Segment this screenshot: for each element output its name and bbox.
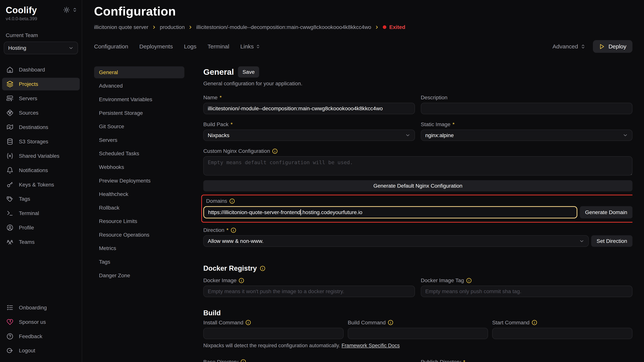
name-label: Name*	[203, 94, 415, 101]
direction-label: Direction*	[203, 227, 632, 233]
install-command-input[interactable]	[203, 328, 344, 339]
users-icon	[6, 238, 14, 246]
build-command-label: Build Command	[348, 320, 488, 326]
info-icon	[229, 198, 235, 204]
layers-icon	[6, 80, 14, 88]
menu-item-environment-variables[interactable]: Environment Variables	[94, 93, 184, 105]
chevron-down-icon	[68, 45, 74, 51]
menu-item-general[interactable]: General	[94, 66, 184, 78]
sidebar-item-terminal[interactable]: Terminal	[2, 207, 80, 220]
theme-sun-icon[interactable]	[63, 6, 70, 13]
start-command-input[interactable]	[492, 328, 632, 339]
variable-icon	[6, 152, 14, 160]
start-command-label: Start Command	[492, 320, 632, 326]
breadcrumb: illicitonion quote server production ill…	[94, 24, 632, 30]
chevron-down-icon	[405, 133, 410, 138]
breadcrumb-application[interactable]: illicitestonion/-module--decomposition:m…	[196, 24, 371, 30]
menu-item-preview-deployments[interactable]: Preview Deployments	[94, 175, 184, 187]
docker-image-tag-input[interactable]	[421, 286, 632, 297]
team-select[interactable]: Hosting	[4, 42, 78, 54]
menu-item-git-source[interactable]: Git Source	[94, 120, 184, 132]
nixpacks-note: Nixpacks will detect the required config…	[203, 343, 632, 349]
menu-item-healthcheck[interactable]: Healthcheck	[94, 188, 184, 200]
tab-logs[interactable]: Logs	[184, 43, 196, 50]
description-input[interactable]	[421, 103, 632, 114]
framework-docs-link[interactable]: Framework Specific Docs	[342, 343, 400, 348]
sidebar-item-shared-variables[interactable]: Shared Variables	[2, 150, 80, 162]
menu-item-servers[interactable]: Servers	[94, 134, 184, 146]
theme-chevrons-up-down-icon[interactable]	[72, 7, 77, 12]
direction-select[interactable]: Allow www & non-www.	[203, 235, 589, 247]
sidebar-item-teams[interactable]: Teams	[2, 236, 80, 248]
sidebar-item-destinations[interactable]: Destinations	[2, 121, 80, 133]
name-input[interactable]	[203, 103, 415, 114]
status-dot-icon	[383, 25, 386, 29]
sidebar-item-sponsor-us[interactable]: Sponsor us	[2, 316, 80, 328]
nginx-config-label: Custom Nginx Configuration	[203, 148, 632, 154]
menu-item-scheduled-tasks[interactable]: Scheduled Tasks	[94, 148, 184, 159]
info-icon	[532, 320, 537, 325]
sidebar-item-tags[interactable]: Tags	[2, 193, 80, 205]
key-icon	[6, 181, 14, 188]
deploy-button[interactable]: Deploy	[593, 40, 632, 53]
git-source-icon	[6, 109, 14, 116]
sidebar-item-servers[interactable]: Servers	[2, 92, 80, 105]
menu-item-rollback[interactable]: Rollback	[94, 202, 184, 214]
tab-configuration[interactable]: Configuration	[94, 43, 128, 50]
user-circle-icon	[6, 224, 14, 231]
logout-icon	[6, 347, 14, 354]
menu-item-webhooks[interactable]: Webhooks	[94, 161, 184, 173]
chevron-right-icon	[374, 25, 379, 30]
sidebar-item-projects[interactable]: Projects	[2, 78, 80, 90]
description-label: Description	[421, 94, 632, 101]
set-direction-button[interactable]: Set Direction	[591, 235, 632, 247]
info-icon	[388, 320, 393, 325]
generate-nginx-button[interactable]: Generate Default Nginx Configuration	[203, 180, 632, 191]
status-text: Exited	[389, 24, 405, 30]
current-team-label: Current Team	[6, 32, 80, 38]
tab-links[interactable]: Links	[240, 43, 260, 50]
sidebar-item-logout[interactable]: Logout	[2, 344, 80, 357]
generate-domain-button[interactable]: Generate Domain	[580, 206, 633, 218]
menu-item-resource-limits[interactable]: Resource Limits	[94, 215, 184, 227]
sidebar-item-feedback[interactable]: Feedback	[2, 330, 80, 343]
info-icon	[230, 227, 236, 233]
tab-terminal[interactable]: Terminal	[208, 43, 229, 50]
tags-icon	[6, 195, 14, 203]
sidebar-item-keys-tokens[interactable]: Keys & Tokens	[2, 178, 80, 191]
breadcrumb-environment[interactable]: production	[160, 24, 185, 30]
section-heading-build: Build	[203, 309, 632, 317]
build-pack-select[interactable]: Nixpacks	[203, 130, 415, 141]
page-title: Configuration	[94, 4, 632, 18]
sidebar-item-sources[interactable]: Sources	[2, 106, 80, 119]
sidebar-item-s3-storages[interactable]: S3 Storages	[2, 135, 80, 148]
menu-item-resource-operations[interactable]: Resource Operations	[94, 229, 184, 241]
info-icon	[238, 278, 244, 283]
advanced-dropdown[interactable]: Advanced	[552, 43, 586, 50]
docker-image-input[interactable]	[203, 286, 415, 297]
heart-icon	[6, 318, 14, 326]
build-pack-label: Build Pack*	[203, 121, 415, 127]
docker-image-tag-label: Docker Image Tag	[421, 277, 632, 284]
static-image-select[interactable]: nginx:alpine	[421, 130, 632, 141]
sidebar-item-notifications[interactable]: Notifications	[2, 164, 80, 177]
nginx-config-textarea[interactable]	[203, 156, 632, 176]
sidebar-item-dashboard[interactable]: Dashboard	[2, 63, 80, 76]
build-command-input[interactable]	[348, 328, 488, 339]
docker-image-label: Docker Image	[203, 277, 415, 284]
breadcrumb-project[interactable]: illicitonion quote server	[94, 24, 148, 30]
menu-item-tags[interactable]: Tags	[94, 256, 184, 268]
tab-deployments[interactable]: Deployments	[139, 43, 173, 50]
menu-item-danger-zone[interactable]: Danger Zone	[94, 270, 184, 281]
save-button[interactable]: Save	[238, 66, 259, 77]
menu-item-advanced[interactable]: Advanced	[94, 80, 184, 92]
menu-item-metrics[interactable]: Metrics	[94, 242, 184, 254]
domains-input[interactable]: https://illicitonion-quote-server-fronte…	[203, 206, 577, 218]
sidebar-item-profile[interactable]: Profile	[2, 221, 80, 234]
terminal-icon	[6, 210, 14, 217]
domains-label: Domains	[206, 198, 632, 204]
sidebar-item-onboarding[interactable]: Onboarding	[2, 301, 80, 314]
menu-item-persistent-storage[interactable]: Persistent Storage	[94, 107, 184, 119]
checklist-icon	[6, 304, 14, 311]
map-icon	[6, 123, 14, 131]
